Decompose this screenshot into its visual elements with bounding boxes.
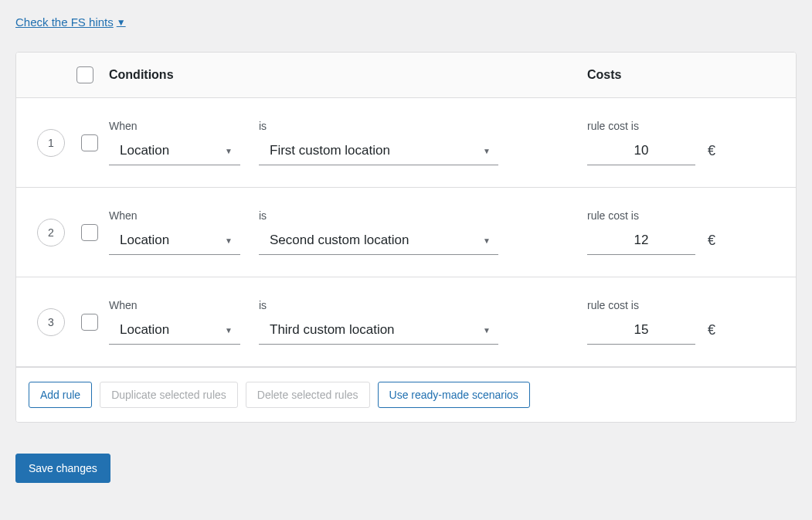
row-number: 2 <box>37 219 65 246</box>
select-all-checkbox[interactable] <box>76 66 93 83</box>
header-conditions: Conditions <box>109 68 587 82</box>
rules-table: Conditions Costs 1 When Location ▼ is Fi… <box>15 52 797 423</box>
chevron-down-icon: ▼ <box>225 326 233 335</box>
chevron-down-icon: ▼ <box>483 236 491 245</box>
cost-input[interactable] <box>587 228 695 255</box>
scenarios-button[interactable]: Use ready-made scenarios <box>378 382 530 408</box>
is-label: is <box>259 120 498 132</box>
currency-symbol: € <box>708 322 715 345</box>
row-number: 1 <box>37 129 65 157</box>
cost-label: rule cost is <box>587 299 695 311</box>
is-select[interactable]: First custom location ▼ <box>259 138 498 165</box>
header-costs: Costs <box>587 68 780 82</box>
currency-symbol: € <box>708 143 715 165</box>
is-value: First custom location <box>270 143 483 158</box>
when-label: When <box>109 209 240 222</box>
table-row: 1 When Location ▼ is First custom locati… <box>16 98 796 188</box>
is-label: is <box>259 209 498 222</box>
when-value: Location <box>120 233 225 248</box>
is-select[interactable]: Third custom location ▼ <box>259 318 498 345</box>
add-rule-button[interactable]: Add rule <box>29 382 92 408</box>
duplicate-rules-button[interactable]: Duplicate selected rules <box>100 382 238 408</box>
fs-hints-label: Check the FS hints <box>15 15 114 29</box>
when-value: Location <box>120 143 225 158</box>
chevron-down-icon: ▼ <box>117 17 126 28</box>
cost-label: rule cost is <box>587 209 695 222</box>
row-number: 3 <box>37 308 65 336</box>
table-row: 3 When Location ▼ is Third custom locati… <box>16 277 796 367</box>
cost-input[interactable] <box>587 138 695 165</box>
when-label: When <box>109 299 240 311</box>
rules-footer: Add rule Duplicate selected rules Delete… <box>16 367 796 422</box>
is-label: is <box>259 299 498 311</box>
rules-header-row: Conditions Costs <box>16 53 796 98</box>
row-checkbox[interactable] <box>81 224 98 241</box>
save-button[interactable]: Save changes <box>15 454 110 483</box>
is-value: Third custom location <box>270 322 483 338</box>
when-label: When <box>109 120 240 132</box>
delete-rules-button[interactable]: Delete selected rules <box>246 382 370 408</box>
chevron-down-icon: ▼ <box>225 236 233 245</box>
cost-label: rule cost is <box>587 120 695 132</box>
chevron-down-icon: ▼ <box>483 147 491 155</box>
is-select[interactable]: Second custom location ▼ <box>259 228 498 255</box>
when-select[interactable]: Location ▼ <box>109 318 240 345</box>
when-select[interactable]: Location ▼ <box>109 138 240 165</box>
when-value: Location <box>120 322 225 338</box>
is-value: Second custom location <box>270 233 483 248</box>
currency-symbol: € <box>708 233 715 255</box>
row-checkbox[interactable] <box>81 314 98 331</box>
chevron-down-icon: ▼ <box>483 326 491 335</box>
fs-hints-link[interactable]: Check the FS hints ▼ <box>15 15 126 29</box>
chevron-down-icon: ▼ <box>225 147 233 155</box>
table-row: 2 When Location ▼ is Second custom locat… <box>16 188 796 277</box>
row-checkbox[interactable] <box>81 134 98 151</box>
when-select[interactable]: Location ▼ <box>109 228 240 255</box>
cost-input[interactable] <box>587 318 695 345</box>
